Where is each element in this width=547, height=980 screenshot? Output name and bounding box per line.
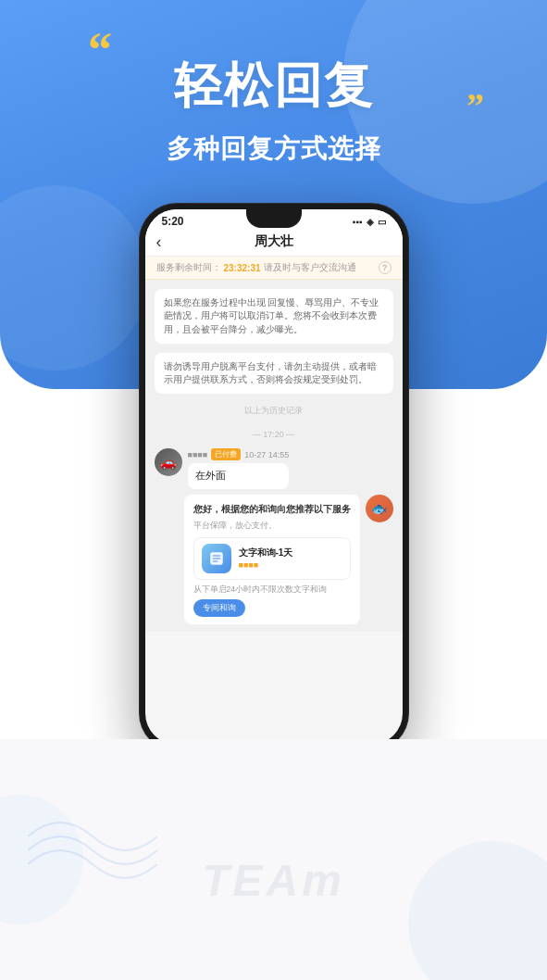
hero-title: 轻松回复 [174, 54, 374, 119]
service-price: ■■■■ [239, 559, 342, 572]
warning-text-2: 请勿诱导用户脱离平台支付，请勿主动提供，或者暗示用户提供联系方式，否则将会按规定… [164, 361, 377, 384]
time-divider: ― 17:20 ― [155, 430, 393, 439]
battery-icon: ▭ [378, 217, 386, 227]
quote-open-icon: “ [88, 26, 112, 74]
service-intro-text: 您好，根据您的和询向您推荐以下服务 [193, 502, 351, 516]
message-meta: ■■■■ 已付费 10-27 14:55 在外面 [188, 448, 290, 488]
warning-box-1: 如果您在服务过程中出现 回复慢、辱骂用户、不专业葩情况，用户将可以取消订单。您将… [155, 289, 393, 344]
service-description: 从下单启24小时内不限次数文字和询 [193, 584, 351, 596]
deco-circle-1 [408, 841, 547, 980]
service-details: 文字和询-1天 ■■■■ [239, 546, 342, 572]
warning-box-2: 请勿诱导用户脱离平台支付，请勿主动提供，或者暗示用户提供联系方式，否则将会按规定… [155, 353, 393, 395]
signal-icon: ▪▪▪ [353, 217, 363, 227]
message-date: 10-27 14:55 [244, 450, 289, 459]
service-card: 您好，根据您的和询向您推荐以下服务 平台保障，放心支付。 [184, 495, 360, 625]
user-avatar: 🚗 [155, 448, 182, 476]
warning-text-1: 如果您在服务过程中出现 回复慢、辱骂用户、不专业葩情况，用户将可以取消订单。您将… [164, 297, 379, 334]
service-item[interactable]: 文字和询-1天 ■■■■ [193, 537, 351, 580]
wifi-icon: ◈ [367, 217, 374, 227]
message-name-row: ■■■■ 已付费 10-27 14:55 [188, 448, 290, 460]
consult-button[interactable]: 专间和询 [193, 599, 245, 618]
wave-decoration [28, 813, 157, 887]
user-message-bubble: 在外面 [188, 463, 290, 488]
timer-label: 服务剩余时间： [156, 261, 221, 274]
timer-bar: 服务剩余时间： 23:32:31 请及时与客户交流沟通 ? [145, 257, 403, 280]
service-message-row: 🐟 您好，根据您的和询向您推荐以下服务 平台保障，放心支付。 [155, 495, 393, 625]
service-avatar: 🐟 [366, 495, 393, 522]
hero-subtitle: 多种回复方式选择 [167, 132, 381, 167]
back-button[interactable]: ‹ [156, 232, 162, 252]
quote-close-icon: ” [466, 85, 484, 126]
chat-body: 如果您在服务过程中出现 回复慢、辱骂用户、不专业葩情况，用户将可以取消订单。您将… [145, 280, 403, 632]
history-divider: 以上为历史记录 [155, 405, 393, 417]
user-message-row: 🚗 ■■■■ 已付费 10-27 14:55 在外面 [155, 448, 393, 488]
service-name: 文字和询-1天 [239, 546, 342, 559]
timer-countdown: 23:32:31 [224, 263, 261, 273]
username-hidden: ■■■■ [188, 450, 208, 459]
status-time: 5:20 [162, 215, 184, 228]
timer-hint: 请及时与客户交流沟通 [264, 261, 356, 274]
phone-outer-frame: 5:20 ▪▪▪ ◈ ▭ ‹ 周大壮 服务剩余时间： 23:32:31 请及时与… [140, 204, 408, 750]
chat-header: ‹ 周大壮 [145, 230, 403, 257]
phone-notch [246, 209, 302, 228]
bottom-section: TEAm [0, 739, 547, 980]
platform-note: 平台保障，放心支付。 [193, 520, 351, 533]
phone-mockup: 5:20 ▪▪▪ ◈ ▭ ‹ 周大壮 服务剩余时间： 23:32:31 请及时与… [140, 204, 408, 750]
chat-contact-name: 周大壮 [255, 233, 293, 250]
team-watermark: TEAm [202, 855, 345, 906]
status-icons: ▪▪▪ ◈ ▭ [353, 217, 386, 227]
phone-screen: 5:20 ▪▪▪ ◈ ▭ ‹ 周大壮 服务剩余时间： 23:32:31 请及时与… [145, 209, 403, 745]
paid-badge: 已付费 [211, 448, 241, 460]
timer-help-icon[interactable]: ? [379, 261, 392, 274]
service-icon [202, 544, 231, 573]
